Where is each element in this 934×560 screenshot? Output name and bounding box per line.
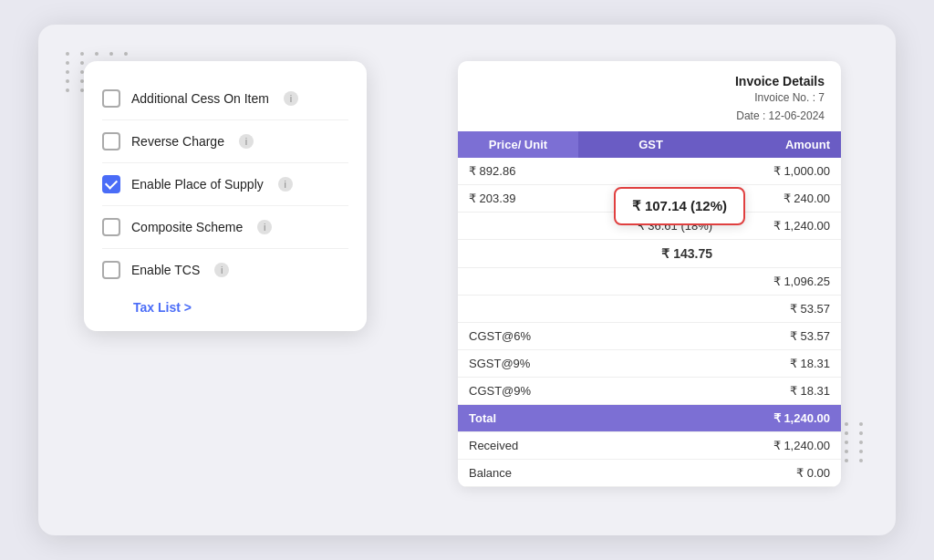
invoice-title: Invoice Details: [474, 74, 825, 88]
footer-amount-1: ₹ 1,096.25: [723, 267, 841, 295]
col-amount: Amount: [723, 131, 841, 158]
received-amount: ₹ 1,240.00: [723, 431, 841, 459]
footer-row-2: ₹ 53.57: [458, 295, 841, 322]
balance-amount: ₹ 0.00: [723, 459, 841, 486]
footer-label-cgst6: CGST@6%: [458, 322, 723, 349]
info-icon-reverse-charge: i: [239, 134, 254, 149]
invoice-date: Date : 12-06-2024: [474, 107, 825, 125]
invoice-table: Price/ Unit GST Amount ₹ 892.86 ₹ 1,000.…: [458, 131, 841, 487]
checkbox-item-reverse-charge[interactable]: Reverse Charge i: [102, 120, 348, 163]
balance-label: Balance: [458, 459, 723, 486]
checkbox-label-composite-scheme: Composite Scheme: [131, 220, 243, 234]
checkbox-label-enable-place-of-supply: Enable Place of Supply: [131, 177, 264, 192]
row1-price: ₹ 892.86: [458, 158, 578, 185]
footer-label-sgst9: SGST@9%: [458, 349, 723, 377]
checkbox-item-enable-place-of-supply[interactable]: Enable Place of Supply i: [102, 163, 348, 206]
footer-label-1: [458, 267, 723, 295]
checkbox-label-reverse-charge: Reverse Charge: [131, 134, 224, 149]
footer-row-1: ₹ 1,096.25: [458, 267, 841, 295]
checkbox-item-additional-cess[interactable]: Additional Cess On Item i: [102, 78, 348, 120]
checkbox-label-additional-cess: Additional Cess On Item: [131, 91, 269, 106]
table-row: ₹ 892.86 ₹ 1,000.00: [458, 158, 841, 185]
col-gst: GST: [578, 131, 723, 158]
checkbox-composite-scheme[interactable]: [102, 218, 120, 236]
info-icon-composite-scheme: i: [257, 220, 272, 234]
received-label: Received: [458, 431, 723, 459]
gst-summary-right: [723, 239, 841, 267]
invoice-no: Invoice No. : 7: [474, 88, 825, 107]
total-label: Total: [458, 404, 723, 431]
footer-row-cgst6: CGST@6% ₹ 53.57: [458, 322, 841, 349]
checkbox-label-enable-tcs: Enable TCS: [131, 263, 200, 277]
checkbox-enable-tcs[interactable]: [102, 261, 120, 279]
footer-amount-2: ₹ 53.57: [723, 295, 841, 322]
footer-amount-cgst6: ₹ 53.57: [723, 322, 841, 349]
balance-row: Balance ₹ 0.00: [458, 459, 841, 486]
info-icon-additional-cess: i: [284, 91, 298, 106]
total-amount: ₹ 1,240.00: [723, 404, 841, 431]
checkbox-reverse-charge[interactable]: [102, 132, 120, 150]
info-icon-enable-place-of-supply: i: [278, 177, 293, 192]
footer-label-cgst9: CGST@9%: [458, 377, 723, 404]
checkbox-enable-place-of-supply[interactable]: [102, 175, 120, 193]
checkbox-additional-cess[interactable]: [102, 89, 120, 108]
row2-price: ₹ 203.39: [458, 184, 578, 212]
gst-summary-value: ₹ 143.75: [578, 239, 723, 267]
footer-amount-sgst9: ₹ 18.31: [723, 349, 841, 377]
outer-card: Invoice Details Invoice No. : 7 Date : 1…: [38, 25, 896, 535]
footer-row-sgst9: SGST@9% ₹ 18.31: [458, 349, 841, 377]
info-icon-enable-tcs: i: [214, 263, 229, 277]
footer-label-2: [458, 295, 723, 322]
row1-gst: [578, 158, 723, 185]
invoice-panel: Invoice Details Invoice No. : 7 Date : 1…: [458, 61, 841, 487]
footer-amount-cgst9: ₹ 18.31: [723, 377, 841, 404]
row1-amount: ₹ 1,000.00: [723, 158, 841, 185]
checkbox-panel: Additional Cess On Item i Reverse Charge…: [84, 61, 367, 331]
row3-price: [458, 212, 578, 239]
footer-row-cgst9: CGST@9% ₹ 18.31: [458, 377, 841, 404]
tax-list-link[interactable]: Tax List >: [102, 291, 348, 318]
invoice-header: Invoice Details Invoice No. : 7 Date : 1…: [458, 61, 841, 131]
received-row: Received ₹ 1,240.00: [458, 431, 841, 459]
total-row: Total ₹ 1,240.00: [458, 404, 841, 431]
gst-tooltip-value: ₹ 107.14 (12%): [632, 198, 727, 213]
gst-summary-empty: [458, 239, 578, 267]
gst-summary-row: ₹ 143.75: [458, 239, 841, 267]
checkbox-item-composite-scheme[interactable]: Composite Scheme i: [102, 206, 348, 249]
col-price-unit: Price/ Unit: [458, 131, 578, 158]
checkbox-item-enable-tcs[interactable]: Enable TCS i: [102, 249, 348, 291]
gst-tooltip: ₹ 107.14 (12%): [614, 187, 745, 225]
